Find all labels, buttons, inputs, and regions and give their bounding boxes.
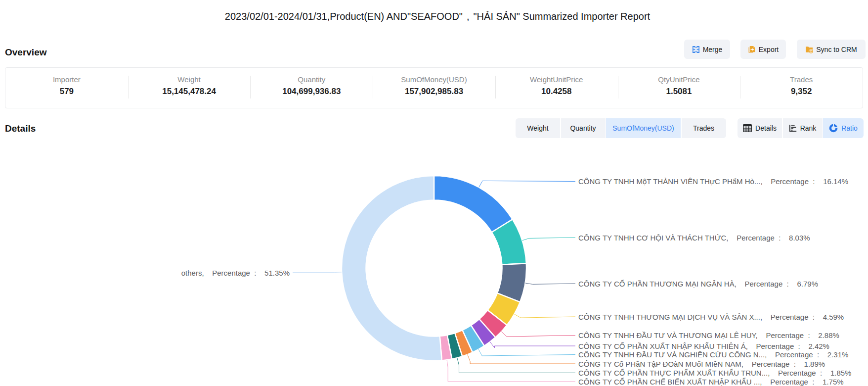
svg-text:CÔNG TY TNHH CƠ HỘI VÀ THÁCH T: CÔNG TY TNHH CƠ HỘI VÀ THÁCH THỨC, Perce… — [578, 234, 810, 242]
svg-text:CÔNG TY CỔ PHẦN CHẾ BIẾN XUẤT: CÔNG TY CỔ PHẦN CHẾ BIẾN XUẤT NHẬP KHẨU … — [578, 378, 844, 386]
svg-text:others, Percentage : 51: others, Percentage : 51.35% — [181, 269, 290, 277]
svg-text:CÔNG TY CỔ PHẦN THƯƠNG MẠI NGÂ: CÔNG TY CỔ PHẦN THƯƠNG MẠI NGÂN HÀ, Perc… — [578, 280, 818, 288]
svg-text:CÔNG TY TNHH ĐẦU TƯ VÀ THƯƠNG: CÔNG TY TNHH ĐẦU TƯ VÀ THƯƠNG MẠI LÊ HUY… — [578, 331, 839, 339]
svg-text:CÔNG TY CỔ PHẦN XUẤT NHẬP KHẨU: CÔNG TY CỔ PHẦN XUẤT NHẬP KHẨU THIÊN Á, … — [578, 342, 829, 350]
svg-text:CÔNG TY TNHH MộT THÀNH VIÊN TH: CÔNG TY TNHH MộT THÀNH VIÊN THựC PHẩM Hò… — [578, 177, 848, 186]
svg-text:CÔNG TY TNHH THƯƠNG MẠI DỊCH V: CÔNG TY TNHH THƯƠNG MẠI DỊCH VỤ VÀ SẢN X… — [578, 313, 844, 321]
svg-text:CÔNG TY Cổ PHầN TậP ĐOàN MUốI: CÔNG TY Cổ PHầN TậP ĐOàN MUốI MIềN NAM, … — [578, 360, 825, 368]
svg-text:CÔNG TY TNHH ĐẦU TƯ VÀ NGHIÊN: CÔNG TY TNHH ĐẦU TƯ VÀ NGHIÊN CỨU CÔNG N… — [578, 350, 848, 359]
svg-text:CÔNG TY CỔ PHẦN THỰC PHẨM XUẤT: CÔNG TY CỔ PHẦN THỰC PHẨM XUẤT KHẨU TRUN… — [578, 369, 851, 377]
